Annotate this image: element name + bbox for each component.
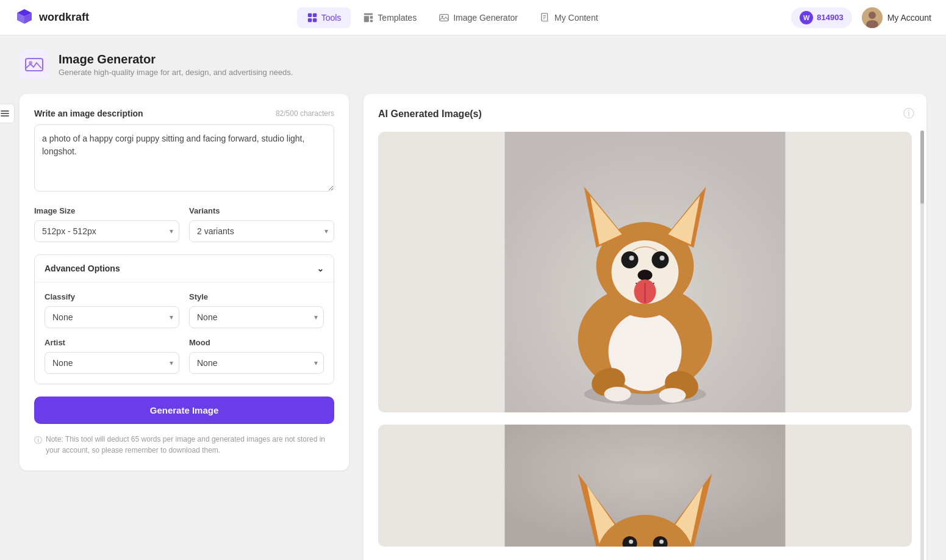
svg-rect-5 xyxy=(307,18,311,21)
style-label: Style xyxy=(189,292,324,301)
main-content: Image Generator Generate high-quality im… xyxy=(0,35,946,560)
page-header-icon xyxy=(20,50,49,79)
size-variants-row: Image Size 256px - 256px 512px - 512px 1… xyxy=(34,206,334,242)
hamburger-icon xyxy=(0,109,10,118)
image-generator-page-icon xyxy=(20,50,49,79)
svg-point-44 xyxy=(629,256,634,260)
nav-item-templates[interactable]: Templates xyxy=(353,7,426,28)
page-header-text: Image Generator Generate high-quality im… xyxy=(59,52,293,77)
results-title: AI Generated Image(s) xyxy=(378,109,912,120)
form-card: Write an image description 82/500 charac… xyxy=(20,94,349,470)
avatar-image xyxy=(862,7,883,28)
variants-select[interactable]: 1 variant 2 variants 3 variants 4 varian… xyxy=(189,220,334,242)
svg-rect-6 xyxy=(313,18,317,21)
advanced-options-section: Advanced Options ⌃ Classify None xyxy=(34,254,334,384)
mood-select[interactable]: None Happy Sad Dramatic Calm xyxy=(189,352,324,374)
classify-field: Classify None Abstract Realistic Artisti… xyxy=(45,292,179,328)
nav-item-tools[interactable]: Tools xyxy=(297,7,351,28)
corgi-image-svg xyxy=(378,132,912,412)
image-size-select[interactable]: 256px - 256px 512px - 512px 1024px - 102… xyxy=(34,220,179,242)
image-size-select-wrapper: 256px - 256px 512px - 512px 1024px - 102… xyxy=(34,220,179,242)
navbar: wordkraft Tools Templates xyxy=(0,0,946,35)
image-size-label: Image Size xyxy=(34,206,179,215)
svg-point-12 xyxy=(442,15,443,17)
credits-badge[interactable]: W 814903 xyxy=(791,7,851,28)
svg-point-58 xyxy=(659,540,664,544)
logo-icon xyxy=(15,8,34,27)
svg-point-19 xyxy=(869,12,876,19)
artist-label: Artist xyxy=(45,338,179,347)
svg-rect-21 xyxy=(20,50,49,79)
svg-rect-11 xyxy=(440,14,448,21)
page-header: Image Generator Generate high-quality im… xyxy=(20,50,926,79)
svg-rect-10 xyxy=(370,20,373,22)
generated-image-1 xyxy=(378,132,912,412)
svg-point-42 xyxy=(622,251,639,268)
svg-point-33 xyxy=(604,387,631,401)
right-panel: AI Generated Image(s) ⓘ xyxy=(364,94,926,560)
avatar xyxy=(862,7,883,28)
advanced-options-header[interactable]: Advanced Options ⌃ xyxy=(35,255,334,282)
variants-label: Variants xyxy=(189,206,334,215)
mood-select-wrapper: None Happy Sad Dramatic Calm ▾ xyxy=(189,352,324,374)
advanced-options-label: Advanced Options xyxy=(45,264,120,273)
image-generator-icon xyxy=(439,12,450,23)
account-area[interactable]: My Account xyxy=(862,7,931,28)
note-section: ⓘ Note: This tool will deduct 65 words p… xyxy=(34,434,334,456)
classify-select-wrapper: None Abstract Realistic Artistic ▾ xyxy=(45,306,179,328)
style-select[interactable]: None Photorealistic Cartoon Anime Oil Pa… xyxy=(189,306,324,328)
style-select-wrapper: None Photorealistic Cartoon Anime Oil Pa… xyxy=(189,306,324,328)
svg-point-45 xyxy=(660,256,665,260)
image-size-group: Image Size 256px - 256px 512px - 512px 1… xyxy=(34,206,179,242)
tools-icon xyxy=(307,12,318,23)
info-icon[interactable]: ⓘ xyxy=(903,106,914,121)
right-scrollbar xyxy=(920,131,924,560)
page-subtitle: Generate high-quality image for art, des… xyxy=(59,68,293,77)
generated-image-2 xyxy=(378,425,912,547)
left-panel: Write an image description 82/500 charac… xyxy=(20,94,349,560)
svg-point-43 xyxy=(652,251,669,268)
corgi-image-2-svg xyxy=(378,425,912,547)
credits-number: 814903 xyxy=(817,13,843,22)
svg-rect-4 xyxy=(313,13,317,16)
page-title: Image Generator xyxy=(59,52,293,66)
svg-point-34 xyxy=(659,388,686,403)
templates-icon xyxy=(363,12,374,23)
desc-label: Write an image description xyxy=(34,109,143,118)
variants-select-wrapper: 1 variant 2 variants 3 variants 4 varian… xyxy=(189,220,334,242)
advanced-options-body: Classify None Abstract Realistic Artisti… xyxy=(35,282,334,384)
variants-group: Variants 1 variant 2 variants 3 variants… xyxy=(189,206,334,242)
mood-label: Mood xyxy=(189,338,324,347)
nav-item-my-content[interactable]: My Content xyxy=(530,7,608,28)
logo-text: wordkraft xyxy=(39,11,89,24)
style-field: Style None Photorealistic Cartoon Anime … xyxy=(189,292,324,328)
artist-select[interactable]: None Van Gogh Picasso Monet xyxy=(45,352,179,374)
artist-select-wrapper: None Van Gogh Picasso Monet ▾ xyxy=(45,352,179,374)
generate-image-button[interactable]: Generate Image xyxy=(34,397,334,424)
advanced-grid: Classify None Abstract Realistic Artisti… xyxy=(45,292,324,374)
note-icon: ⓘ xyxy=(34,434,42,447)
nav-right: W 814903 My Account xyxy=(791,7,931,28)
description-textarea[interactable]: a photo of a happy corgi puppy sitting a… xyxy=(34,124,334,192)
note-text: Note: This tool will deduct 65 words per… xyxy=(46,434,334,456)
logo[interactable]: wordkraft xyxy=(15,8,89,27)
svg-rect-3 xyxy=(307,13,311,16)
advanced-options-chevron: ⌃ xyxy=(317,264,324,273)
classify-select[interactable]: None Abstract Realistic Artistic xyxy=(45,306,179,328)
svg-point-46 xyxy=(638,270,653,281)
my-content-icon xyxy=(540,12,551,23)
char-count: 82/500 characters xyxy=(276,109,334,118)
svg-rect-9 xyxy=(370,16,373,19)
svg-rect-7 xyxy=(364,13,373,15)
desc-label-row: Write an image description 82/500 charac… xyxy=(34,109,334,118)
account-label: My Account xyxy=(887,13,931,23)
right-scrollbar-thumb xyxy=(920,131,924,204)
svg-rect-14 xyxy=(543,20,549,22)
sidebar-toggle[interactable] xyxy=(0,104,15,123)
images-scroll xyxy=(378,132,912,560)
svg-rect-8 xyxy=(364,16,369,22)
nav-item-image-generator[interactable]: Image Generator xyxy=(429,7,528,28)
svg-point-57 xyxy=(629,540,633,544)
artist-field: Artist None Van Gogh Picasso Monet ▾ xyxy=(45,338,179,374)
two-col-layout: Write an image description 82/500 charac… xyxy=(20,94,926,560)
